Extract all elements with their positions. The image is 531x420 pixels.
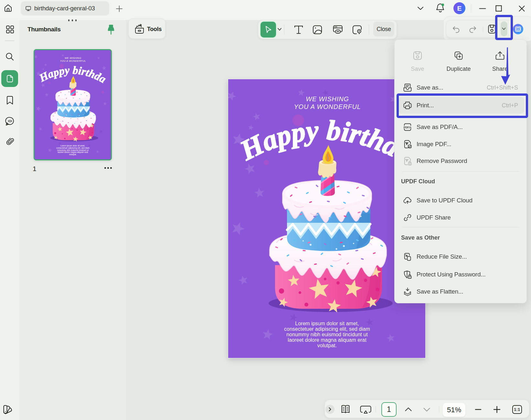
svg-text:PDF/A: PDF/A bbox=[404, 126, 412, 129]
